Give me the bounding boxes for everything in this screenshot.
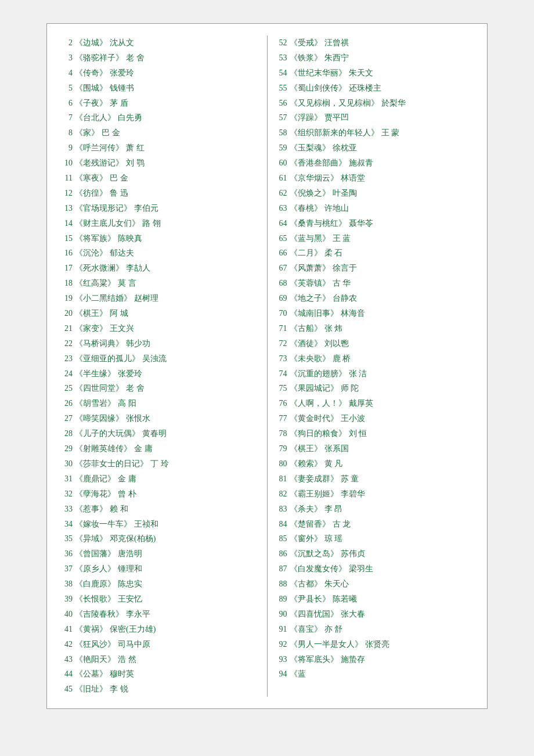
entry-number: 9: [59, 141, 73, 156]
entry-author: 萧 红: [126, 141, 145, 156]
entry-author: 古 华: [333, 276, 351, 291]
entry-author: 亦 舒: [324, 622, 343, 637]
entry-title: 《霸王别姬》: [290, 487, 338, 502]
list-item: 57《浮躁》贾平凹: [273, 110, 476, 125]
entry-author: 苏 童: [341, 471, 359, 487]
entry-number: 3: [59, 51, 73, 66]
entry-title: 《狂风沙》: [75, 637, 116, 652]
entry-number: 92: [273, 637, 287, 652]
entry-number: 83: [273, 502, 287, 517]
entry-title: 《异域》: [75, 531, 107, 546]
entry-author: 张贤亮: [365, 637, 389, 652]
entry-title: 《旧址》: [75, 682, 107, 697]
entry-title: 《嫁妆一牛车》: [75, 517, 132, 532]
entry-number: 36: [59, 546, 73, 561]
entry-author: 师 陀: [341, 381, 359, 396]
entry-author: 李 昂: [324, 502, 343, 517]
list-item: 9《呼兰河传》萧 红: [59, 141, 261, 156]
list-item: 65《蓝与黑》王 蓝: [273, 231, 476, 246]
list-item: 91《喜宝》 亦 舒: [273, 622, 476, 637]
entry-number: 71: [273, 321, 287, 336]
entry-author: 张 炜: [324, 321, 343, 336]
entry-number: 65: [273, 231, 287, 246]
entry-author: 刘 恒: [349, 426, 367, 441]
entry-title: 《官场现形记》: [75, 201, 132, 216]
entry-author: 司马中原: [118, 637, 150, 652]
entry-number: 64: [273, 216, 287, 231]
list-item: 21《家变》王文兴: [59, 321, 261, 336]
entry-number: 32: [59, 487, 73, 502]
entry-title: 《桑青与桃红》: [290, 216, 347, 231]
entry-title: 《呼兰河传》: [75, 141, 124, 156]
list-item: 66《二月》柔 石: [273, 246, 476, 261]
entry-title: 《蓝与黑》: [290, 231, 330, 246]
list-item: 62《倪焕之》 叶圣陶: [273, 186, 476, 201]
entry-title: 《杀夫》: [290, 502, 322, 517]
entry-title: 《台北人》: [75, 110, 116, 125]
entry-title: 《古都》: [290, 577, 322, 592]
entry-number: 43: [59, 652, 73, 667]
entry-author: 陈映真: [118, 231, 142, 246]
entry-title: 《浮躁》: [290, 110, 322, 125]
entry-title: 《四喜忧国》: [290, 607, 338, 622]
entry-number: 33: [59, 502, 73, 517]
entry-title: 《尹县长》: [290, 592, 330, 607]
list-item: 10《老残游记》刘 鹗: [59, 156, 261, 171]
entry-number: 59: [273, 141, 287, 156]
entry-title: 《马桥词典》: [75, 336, 124, 351]
entry-title: 《酒徒》: [290, 336, 322, 351]
list-item: 6《子夜》茅 盾: [59, 96, 261, 111]
entry-number: 70: [273, 306, 287, 321]
entry-title: 《彷徨》: [75, 186, 107, 201]
entry-number: 4: [59, 66, 73, 81]
entry-author: 鹿 桥: [333, 351, 351, 366]
entry-title: 《寒夜》: [75, 171, 107, 186]
entry-title: 《黄祸》: [75, 622, 107, 637]
entry-author: 浩 然: [118, 652, 136, 667]
entry-number: 90: [273, 607, 287, 622]
entry-author: 金 庸: [118, 471, 136, 487]
entry-number: 39: [59, 592, 73, 607]
list-item: 76《人啊，人！》戴厚英: [273, 396, 476, 411]
entry-number: 44: [59, 667, 73, 682]
list-item: 80《赖索》黄 凡: [273, 456, 476, 471]
entry-author: 高 阳: [118, 396, 136, 411]
list-item: 4《传奇》张爱玲: [59, 66, 261, 81]
entry-number: 19: [59, 291, 73, 306]
entry-number: 54: [273, 66, 287, 81]
list-item: 63《春桃》许地山: [273, 201, 476, 216]
entry-title: 《公墓》: [75, 667, 107, 682]
entry-number: 81: [273, 471, 287, 487]
entry-title: 《红高粱》: [75, 276, 116, 291]
entry-title: 《儿子的大玩偶》: [75, 426, 140, 441]
entry-author: 朱西宁: [324, 51, 349, 66]
entry-number: 38: [59, 577, 73, 592]
entry-author: 苏伟贞: [341, 546, 365, 561]
list-item: 89《尹县长》陈若曦: [273, 592, 476, 607]
entry-title: 《果园城记》: [290, 381, 338, 396]
list-item: 94《蓝: [273, 667, 476, 682]
list-item: 90《四喜忧国》 张大春: [273, 607, 476, 622]
entry-author: 王祯和: [134, 517, 158, 532]
list-item: 72《酒徒》 刘以鬯: [273, 336, 476, 351]
entry-author: 林海音: [341, 306, 365, 321]
entry-title: 《受戒》: [290, 35, 322, 51]
entry-title: 《射雕英雄传》: [75, 441, 132, 456]
entry-number: 10: [59, 156, 73, 171]
entry-author: 保密(王力雄): [110, 622, 156, 637]
entry-number: 82: [273, 487, 287, 502]
entry-author: 林语堂: [341, 171, 365, 186]
list-item: 64《桑青与桃红》聂华苓: [273, 216, 476, 231]
entry-title: 《蓝: [290, 667, 306, 682]
entry-title: 《鹿鼎记》: [75, 471, 116, 487]
entry-title: 《棋王》: [290, 441, 322, 456]
entry-number: 5: [59, 81, 73, 96]
entry-title: 《胡雪岩》: [75, 396, 116, 411]
entry-number: 84: [273, 517, 287, 532]
list-item: 74《沉重的翅膀》 张 洁: [273, 366, 476, 381]
list-item: 7《台北人》白先勇: [59, 110, 261, 125]
entry-title: 《吉陵春秋》: [75, 607, 124, 622]
entry-title: 《玉梨魂》: [290, 141, 330, 156]
entry-author: 台静农: [333, 291, 357, 306]
entry-author: 李 锐: [110, 682, 128, 697]
